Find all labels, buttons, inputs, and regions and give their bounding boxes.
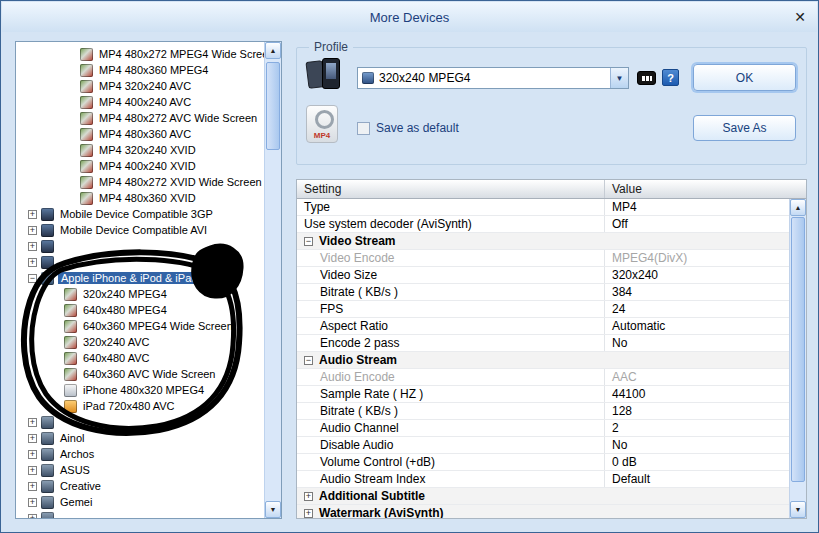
setting-value[interactable]: Off bbox=[605, 216, 789, 232]
setting-value[interactable] bbox=[605, 352, 789, 368]
setting-value[interactable]: MP4 bbox=[605, 199, 789, 215]
tree-item[interactable]: 640x480 MPEG4 bbox=[16, 302, 264, 318]
tree-item[interactable]: MP4 320x240 AVC bbox=[16, 78, 264, 94]
setting-value[interactable]: 44100 bbox=[605, 386, 789, 402]
profile-dropdown[interactable]: 320x240 MPEG4 ▼ bbox=[357, 67, 629, 89]
table-row[interactable]: − Video Stream bbox=[297, 233, 789, 250]
group-toggle-icon[interactable]: − bbox=[304, 237, 313, 246]
table-row[interactable]: FPS 24 bbox=[297, 301, 789, 318]
table-row[interactable]: Encode 2 pass No bbox=[297, 335, 789, 352]
table-scroll-up-arrow[interactable]: ▲ bbox=[790, 199, 806, 216]
tree-item[interactable]: 320x240 MPEG4 bbox=[16, 286, 264, 302]
tree-item[interactable]: + bbox=[16, 414, 264, 430]
tree-item[interactable]: MP4 480x272 AVC Wide Screen bbox=[16, 110, 264, 126]
expander-icon[interactable]: + bbox=[28, 498, 37, 507]
tree-item[interactable]: + Mobile Device Compatible 3GP bbox=[16, 206, 264, 222]
tree-item[interactable]: 640x360 AVC Wide Screen bbox=[16, 366, 264, 382]
tree-item[interactable]: iPad 720x480 AVC bbox=[16, 398, 264, 414]
tree-item[interactable]: iPhone 480x320 MPEG4 bbox=[16, 382, 264, 398]
tree-item[interactable]: MP4 320x240 XVID bbox=[16, 142, 264, 158]
table-row[interactable]: Audio Encode AAC bbox=[297, 369, 789, 386]
table-row[interactable]: Volume Control (+dB) 0 dB bbox=[297, 454, 789, 471]
tree-scroll-down-arrow[interactable]: ▼ bbox=[265, 501, 281, 518]
setting-value[interactable]: AAC bbox=[605, 369, 789, 385]
tree-item[interactable]: 320x240 AVC bbox=[16, 334, 264, 350]
group-toggle-icon[interactable]: + bbox=[304, 509, 313, 518]
table-scrollbar-thumb[interactable] bbox=[791, 217, 805, 482]
setting-value[interactable]: No bbox=[605, 335, 789, 351]
table-row[interactable]: Video Encode MPEG4(DivX) bbox=[297, 250, 789, 267]
table-scroll-down-arrow[interactable]: ▼ bbox=[790, 501, 806, 518]
tree-item[interactable]: + bbox=[16, 254, 264, 270]
tree-item[interactable]: 640x480 AVC bbox=[16, 350, 264, 366]
expander-icon[interactable]: + bbox=[28, 226, 37, 235]
tree-item[interactable]: MP4 480x272 XVID Wide Screen bbox=[16, 174, 264, 190]
tree-scroll-up-arrow[interactable]: ▲ bbox=[265, 42, 281, 59]
setting-value[interactable]: 24 bbox=[605, 301, 789, 317]
group-toggle-icon[interactable]: + bbox=[304, 492, 313, 501]
tree-item[interactable]: + Gemei bbox=[16, 494, 264, 510]
tree-item[interactable]: + bbox=[16, 510, 264, 518]
tree-item[interactable]: MP4 480x360 AVC bbox=[16, 126, 264, 142]
expander-icon[interactable]: + bbox=[28, 258, 37, 267]
tree-item[interactable]: MP4 400x240 XVID bbox=[16, 158, 264, 174]
tree-item[interactable]: MP4 400x240 AVC bbox=[16, 94, 264, 110]
expander-icon[interactable]: + bbox=[28, 450, 37, 459]
table-row[interactable]: Video Size 320x240 bbox=[297, 267, 789, 284]
table-scrollbar[interactable]: ▲ ▼ bbox=[789, 199, 806, 518]
save-as-default-checkbox[interactable] bbox=[357, 122, 370, 135]
titlebar[interactable]: More Devices ✕ bbox=[2, 2, 817, 32]
table-row[interactable]: Use system decoder (AviSynth) Off bbox=[297, 216, 789, 233]
tree-item[interactable]: + ASUS bbox=[16, 462, 264, 478]
expander-icon[interactable]: + bbox=[28, 434, 37, 443]
tree-item[interactable]: + Archos bbox=[16, 446, 264, 462]
close-icon[interactable]: ✕ bbox=[794, 9, 806, 25]
profile-options-button[interactable] bbox=[637, 71, 656, 85]
setting-value[interactable]: 0 dB bbox=[605, 454, 789, 470]
table-row[interactable]: + Additional Subtitle bbox=[297, 488, 789, 505]
tree-item[interactable]: MP4 480x360 MPEG4 bbox=[16, 62, 264, 78]
setting-value[interactable] bbox=[605, 233, 789, 249]
tree-item[interactable]: MP4 480x272 MPEG4 Wide Screen bbox=[16, 46, 264, 62]
table-row[interactable]: Audio Channel 2 bbox=[297, 420, 789, 437]
expander-icon[interactable]: + bbox=[28, 210, 37, 219]
setting-value[interactable]: 2 bbox=[605, 420, 789, 436]
setting-value[interactable]: MPEG4(DivX) bbox=[605, 250, 789, 266]
tree-item[interactable]: + Creative bbox=[16, 478, 264, 494]
expander-icon[interactable]: + bbox=[28, 482, 37, 491]
table-row[interactable]: Audio Stream Index Default bbox=[297, 471, 789, 488]
table-row[interactable]: − Audio Stream bbox=[297, 352, 789, 369]
expander-icon[interactable]: − bbox=[28, 274, 37, 283]
setting-value[interactable] bbox=[605, 488, 789, 504]
group-toggle-icon[interactable]: − bbox=[304, 356, 313, 365]
help-button[interactable]: ? bbox=[662, 69, 679, 86]
setting-value[interactable]: Default bbox=[605, 471, 789, 487]
setting-value[interactable]: No bbox=[605, 437, 789, 453]
table-row[interactable]: Bitrate ( KB/s ) 384 bbox=[297, 284, 789, 301]
tree-item[interactable]: + Mobile Device Compatible AVI bbox=[16, 222, 264, 238]
table-row[interactable]: Bitrate ( KB/s ) 128 bbox=[297, 403, 789, 420]
table-row[interactable]: + Watermark (AviSynth) bbox=[297, 505, 789, 518]
setting-value[interactable]: 128 bbox=[605, 403, 789, 419]
tree-item[interactable]: 640x360 MPEG4 Wide Screen bbox=[16, 318, 264, 334]
expander-icon[interactable]: + bbox=[28, 242, 37, 251]
setting-value[interactable] bbox=[605, 505, 789, 518]
save-as-button[interactable]: Save As bbox=[693, 115, 796, 141]
tree-scrollbar[interactable]: ▲ ▼ bbox=[264, 42, 281, 518]
table-row[interactable]: Type MP4 bbox=[297, 199, 789, 216]
expander-icon[interactable]: + bbox=[28, 466, 37, 475]
expander-icon[interactable]: + bbox=[28, 418, 37, 427]
dropdown-arrow-icon[interactable]: ▼ bbox=[610, 68, 628, 88]
table-row[interactable]: Aspect Ratio Automatic bbox=[297, 318, 789, 335]
setting-value[interactable]: 320x240 bbox=[605, 267, 789, 283]
tree-item[interactable]: MP4 480x360 XVID bbox=[16, 190, 264, 206]
table-row[interactable]: Sample Rate ( HZ ) 44100 bbox=[297, 386, 789, 403]
setting-value[interactable]: 384 bbox=[605, 284, 789, 300]
tree-item[interactable]: + Ainol bbox=[16, 430, 264, 446]
ok-button[interactable]: OK bbox=[693, 64, 796, 91]
tree-scrollbar-thumb[interactable] bbox=[266, 62, 280, 150]
table-row[interactable]: Disable Audio No bbox=[297, 437, 789, 454]
tree-item-selected[interactable]: − Apple iPhone & iPod & iPad bbox=[16, 270, 264, 286]
tree-item[interactable]: + bbox=[16, 238, 264, 254]
expander-icon[interactable]: + bbox=[28, 514, 37, 519]
